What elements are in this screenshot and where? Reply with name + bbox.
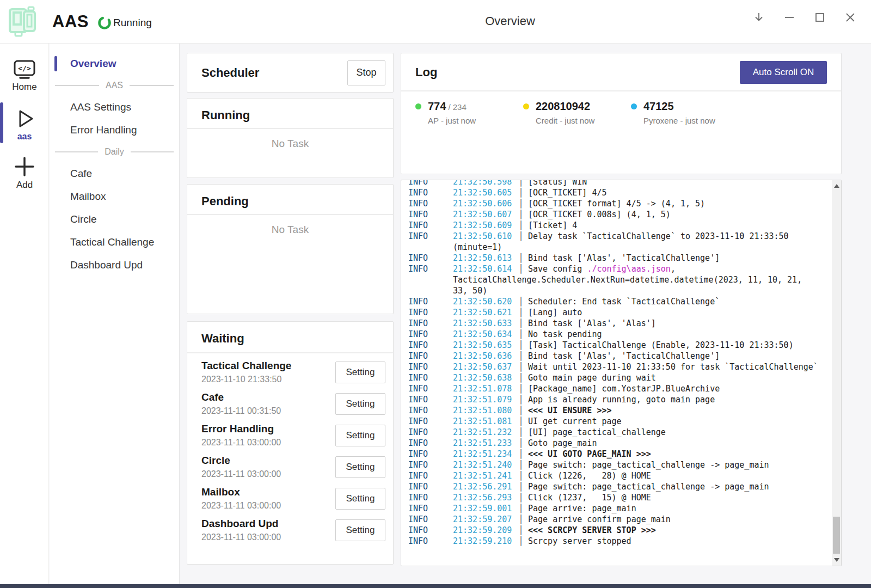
log-timestamp: 21:32:50.607 [453, 209, 514, 220]
log-segment: Scrcpy server stopped [528, 536, 631, 546]
log-line: INFO21:32:50.633│Bind task ['Alas', 'Ala… [408, 318, 832, 329]
sidebar-item-dashboard-upd[interactable]: Dashboard Upd [50, 254, 179, 277]
log-level: INFO [408, 514, 453, 525]
log-message: [Lang] auto [528, 307, 582, 318]
main-content: Scheduler Stop Running No Task Pending N… [180, 44, 871, 584]
log-line: INFO21:32:50.635│[Task] TacticalChalleng… [408, 340, 832, 351]
log-view[interactable]: INFO21:32:50.598│[Status] WININFO21:32:5… [401, 180, 842, 566]
log-pipe: │ [514, 416, 528, 427]
log-pipe: │ [514, 296, 528, 307]
scroll-up-icon[interactable] [832, 181, 841, 191]
log-line: INFO21:32:50.614│Save config ./config\aa… [408, 264, 832, 274]
log-segment: Click (1226, 28) @ HOME [528, 471, 651, 481]
rail-label-home: Home [0, 82, 49, 93]
log-message: Page switch: page_tactical_challenge -> … [528, 460, 769, 470]
log-message: UI get current page [528, 416, 622, 427]
auto-scroll-button[interactable]: Auto Scroll ON [740, 61, 827, 84]
log-message: Bind task ['Alas', 'Alas'] [528, 318, 656, 329]
maximize-button[interactable] [811, 9, 829, 26]
sidebar: Overview AASAAS SettingsError HandlingDa… [50, 44, 180, 584]
rail-item-home[interactable]: </> Home [0, 53, 49, 97]
log-line: INFO21:32:51.240│Page switch: page_tacti… [408, 460, 832, 470]
divider-line [55, 85, 99, 86]
scroll-down-icon[interactable] [832, 555, 841, 565]
log-line: INFO21:32:59.001│Page arrive: page_main [408, 503, 832, 514]
stat-item: 774/ 234AP - just now [415, 100, 523, 125]
log-segment: [Lang] auto [528, 308, 582, 317]
stop-button[interactable]: Stop [347, 60, 385, 85]
task-info: Dashboard Upd2023-11-11 03:00:00 [201, 517, 281, 544]
log-segment: [OCR_TICKET 0.008s] (4, 1, 5) [528, 210, 671, 219]
log-message: Page arrive confirm page_main [528, 514, 671, 525]
task-setting-button[interactable]: Setting [335, 488, 385, 510]
log-timestamp: 21:32:59.210 [453, 536, 514, 547]
sidebar-item-tactical-challenge[interactable]: Tactical Challenge [50, 231, 179, 254]
log-line: INFO21:32:56.291│Page switch: page_tacti… [408, 481, 832, 492]
log-line: INFO21:32:50.605│[OCR_TICKET] 4/5 [408, 187, 832, 198]
stat-item: 47125Pyroxene - just now [631, 100, 739, 125]
log-pipe: │ [514, 427, 528, 438]
log-timestamp: 21:32:59.001 [453, 503, 514, 514]
stat-value-wrap: 220810942 [536, 100, 590, 113]
log-timestamp: 21:32:50.634 [453, 329, 514, 340]
sidebar-item-overview[interactable]: Overview [50, 52, 179, 75]
stat-item: 220810942Credit - just now [523, 100, 631, 125]
stat-label: Credit - just now [536, 116, 631, 125]
log-message: <<< SCRCPY SERVER STOP >>> [528, 525, 656, 536]
log-message: [Status] WIN [528, 180, 587, 187]
task-setting-button[interactable]: Setting [335, 393, 385, 415]
task-setting-button[interactable]: Setting [335, 362, 385, 383]
task-name: Dashboard Upd [201, 517, 281, 531]
log-line: INFO21:32:59.209│<<< SCRCPY SERVER STOP … [408, 525, 832, 536]
log-message: Delay task `TacticalChallenge` to 2023-1… [528, 231, 789, 242]
log-pipe: │ [514, 351, 528, 362]
log-timestamp: 21:32:50.633 [453, 318, 514, 329]
log-level: INFO [408, 492, 453, 503]
log-scrollbar[interactable] [832, 180, 841, 566]
sidebar-item-aas-settings[interactable]: AAS Settings [50, 96, 179, 119]
log-segment: Save config [528, 264, 587, 274]
log-level [408, 285, 453, 296]
log-message: App is already running, goto main page [528, 394, 715, 405]
sidebar-item-circle[interactable]: Circle [50, 208, 179, 231]
log-line: TacticalChallenge.Scheduler.NextRun=date… [408, 274, 832, 285]
log-level: INFO [408, 340, 453, 351]
stat-top: 220810942 [523, 100, 631, 113]
log-level: INFO [408, 264, 453, 274]
log-line: INFO21:32:51.080│<<< UI ENSURE >>> [408, 405, 832, 416]
log-line: 33, 50) [408, 285, 832, 296]
minimize-button[interactable] [781, 9, 798, 26]
task-row: Mailbox2023-11-11 03:00:00Setting [201, 485, 385, 512]
log-pipe: │ [514, 383, 528, 394]
close-button[interactable] [842, 9, 859, 26]
rail-item-add[interactable]: Add [0, 149, 49, 195]
scroll-thumb[interactable] [833, 517, 840, 554]
log-pipe: │ [514, 536, 528, 547]
task-name: Cafe [201, 390, 281, 405]
log-pipe: │ [514, 187, 528, 198]
log-level: INFO [408, 470, 453, 481]
log-title: Log [415, 65, 437, 79]
download-update-button[interactable] [750, 9, 768, 26]
sidebar-item-error-handling[interactable]: Error Handling [50, 119, 179, 142]
task-setting-button[interactable]: Setting [335, 425, 385, 446]
task-setting-button[interactable]: Setting [335, 519, 385, 541]
log-segment: 33, 50) [453, 286, 487, 296]
task-row: Tactical Challenge2023-11-10 21:33:50Set… [201, 359, 385, 386]
task-setting-button[interactable]: Setting [335, 456, 385, 478]
log-level: INFO [408, 180, 453, 187]
log-message: Page switch: page_tactical_challenge -> … [528, 481, 769, 492]
page-title: Overview [485, 14, 535, 28]
log-timestamp: 21:32:50.636 [453, 351, 514, 362]
log-level: INFO [408, 460, 453, 470]
code-monitor-icon: </> [0, 59, 49, 81]
sidebar-item-cafe[interactable]: Cafe [50, 162, 179, 185]
log-segment: Delay task `TacticalChallenge` to 2023-1… [528, 231, 789, 241]
log-segment: UI get current page [528, 416, 622, 426]
log-timestamp: 21:32:50.598 [453, 180, 514, 187]
sidebar-item-mailbox[interactable]: Mailbox [50, 185, 179, 208]
log-message: [OCR_TICKET format] 4/5 -> (4, 1, 5) [528, 198, 705, 209]
scheduler-card: Scheduler Stop [187, 53, 394, 93]
rail-item-aas[interactable]: aas [0, 101, 49, 146]
log-pipe: │ [514, 253, 528, 264]
